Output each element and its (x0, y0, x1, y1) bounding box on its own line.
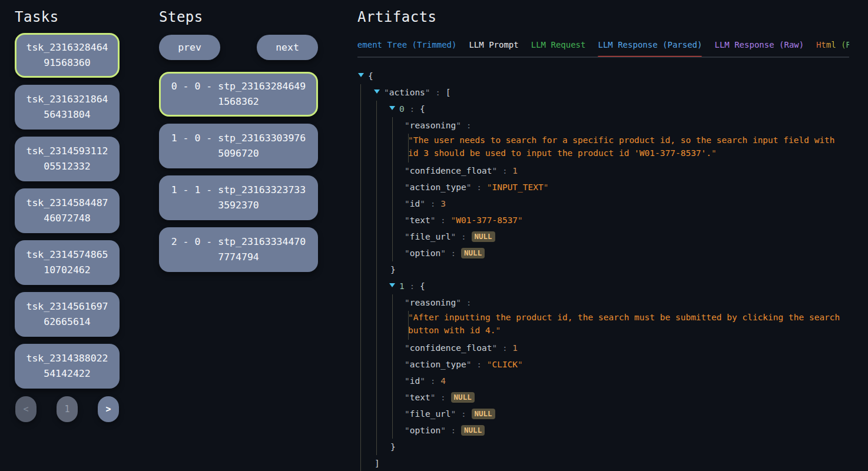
indent-guide (376, 179, 377, 195)
indent-guide (392, 162, 393, 179)
tab-element-tree-trimmed[interactable]: Element Tree (Trimmed) (357, 40, 456, 57)
collapse-arrow-icon[interactable] (374, 89, 380, 94)
indent-guide (360, 101, 361, 117)
indent-guide (392, 373, 393, 389)
tasks-panel: Tasks tsk_231632846491568360tsk_23163218… (15, 0, 120, 422)
indent-guide (376, 311, 377, 340)
json-tree-row: { (357, 68, 849, 84)
pagination-next-button[interactable]: > (98, 396, 119, 422)
json-token-punct: [ (446, 88, 451, 97)
step-button[interactable]: 0 - 0 - stp_231632846491568362 (159, 72, 318, 117)
json-token-index: 1 (399, 281, 405, 291)
json-token-key: text (405, 215, 435, 225)
tab-llm-response-parsed[interactable]: LLM Response (Parsed) (598, 40, 702, 57)
json-token-null: NULL (461, 248, 485, 258)
step-button[interactable]: 2 - 0 - stp_231633344707774794 (159, 227, 318, 272)
json-token-key: action_type (405, 360, 472, 369)
task-button[interactable]: tsk_231459311205512332 (15, 137, 120, 181)
task-button[interactable]: tsk_231458448746072748 (15, 188, 120, 233)
json-tree-row: reasoning : (357, 117, 849, 134)
indent-guide (392, 245, 393, 261)
json-token-colon: : (405, 281, 420, 291)
task-button[interactable]: tsk_231457486510702462 (15, 240, 120, 285)
indent-guide (360, 84, 361, 101)
collapse-arrow-icon[interactable] (389, 106, 395, 110)
indent-guide (392, 340, 393, 356)
indent-guide (392, 117, 393, 134)
indent-guide (376, 261, 377, 278)
tab-llm-request[interactable]: LLM Request (531, 40, 586, 57)
indent-guide (376, 422, 377, 439)
steps-nav: prev next (159, 35, 318, 60)
json-token-colon: : (446, 248, 461, 258)
task-button[interactable]: tsk_231438802254142422 (15, 344, 120, 389)
pagination-page-button[interactable]: 1 (57, 396, 78, 422)
json-tree-row: action_type : CLICK (357, 356, 849, 373)
json-tree-row: confidence_float : 1 (357, 340, 849, 356)
indent-guide (360, 455, 361, 471)
pagination-prev-button[interactable]: < (15, 396, 37, 422)
steps-title: Steps (159, 8, 318, 27)
indent-guide (360, 228, 361, 245)
indent-guide (392, 195, 393, 212)
indent-guide (376, 162, 377, 179)
json-tree-row: ] (357, 455, 849, 471)
indent-guide (392, 356, 393, 373)
steps-panel: Steps prev next 0 - 0 - stp_231632846491… (159, 0, 318, 279)
indent-guide (392, 294, 393, 311)
indent-guide (360, 356, 361, 373)
indent-guide (376, 101, 377, 117)
collapse-arrow-icon[interactable] (358, 73, 364, 77)
tab-html-raw[interactable]: Html (Raw) (816, 40, 849, 57)
task-button[interactable]: tsk_231632846491568360 (15, 33, 120, 78)
artifacts-tab-bar: Element Tree (Trimmed)LLM PromptLLM Requ… (357, 40, 849, 58)
json-tree-row: id : 4 (357, 373, 849, 389)
json-token-key: confidence_float (405, 343, 497, 353)
indent-guide (392, 134, 393, 162)
artifacts-title: Artifacts (357, 8, 849, 27)
steps-prev-button[interactable]: prev (159, 35, 220, 60)
json-tree-row: actions : [ (357, 84, 849, 101)
indent-guide (360, 406, 361, 422)
json-tree-row: option : NULL (357, 422, 849, 439)
tab-llm-response-raw[interactable]: LLM Response (Raw) (714, 40, 804, 57)
json-token-key: reasoning (405, 121, 461, 130)
step-button[interactable]: 1 - 0 - stp_231633039765096720 (159, 124, 318, 168)
json-token-null: NULL (472, 409, 495, 419)
json-tree-row: file_url : NULL (357, 228, 849, 245)
indent-guide (360, 212, 361, 228)
json-token-key: file_url (405, 232, 456, 241)
indent-guide (392, 228, 393, 245)
json-token-key: file_url (405, 409, 456, 419)
json-token-punct: } (390, 265, 396, 274)
json-token-string: CLICK (487, 360, 523, 369)
json-token-key: reasoning (405, 298, 461, 307)
json-token-colon: : (435, 393, 450, 402)
indent-guide (360, 261, 361, 278)
task-button[interactable]: tsk_231456169762665614 (15, 292, 120, 337)
json-token-string: INPUT_TEXT (487, 183, 549, 192)
indent-guide (376, 356, 377, 373)
json-token-colon: : (497, 166, 512, 175)
json-token-colon: : (446, 426, 461, 435)
json-token-null: NULL (451, 392, 475, 403)
collapse-arrow-icon[interactable] (389, 283, 395, 287)
json-tree-row: option : NULL (357, 245, 849, 261)
json-tree-row: text : NULL (357, 389, 849, 406)
step-button[interactable]: 1 - 1 - stp_231633237333592370 (159, 175, 318, 220)
json-tree-row: } (357, 261, 849, 278)
indent-guide (360, 340, 361, 356)
task-button[interactable]: tsk_231632186456431804 (15, 85, 120, 130)
json-token-punct: { (368, 71, 373, 81)
json-tree-viewer: {actions : [0 : {reasoning :The user nee… (357, 68, 849, 471)
json-token-number: 1 (512, 343, 518, 353)
steps-list: 0 - 0 - stp_2316328464915683621 - 0 - st… (159, 72, 318, 272)
indent-guide (376, 340, 377, 356)
indent-guide (360, 179, 361, 195)
indent-guide (360, 422, 361, 439)
json-token-string: W01-377-8537 (451, 215, 523, 225)
tab-llm-prompt[interactable]: LLM Prompt (469, 40, 518, 57)
steps-next-button[interactable]: next (257, 35, 318, 60)
indent-guide (392, 311, 393, 340)
indent-guide (376, 245, 377, 261)
